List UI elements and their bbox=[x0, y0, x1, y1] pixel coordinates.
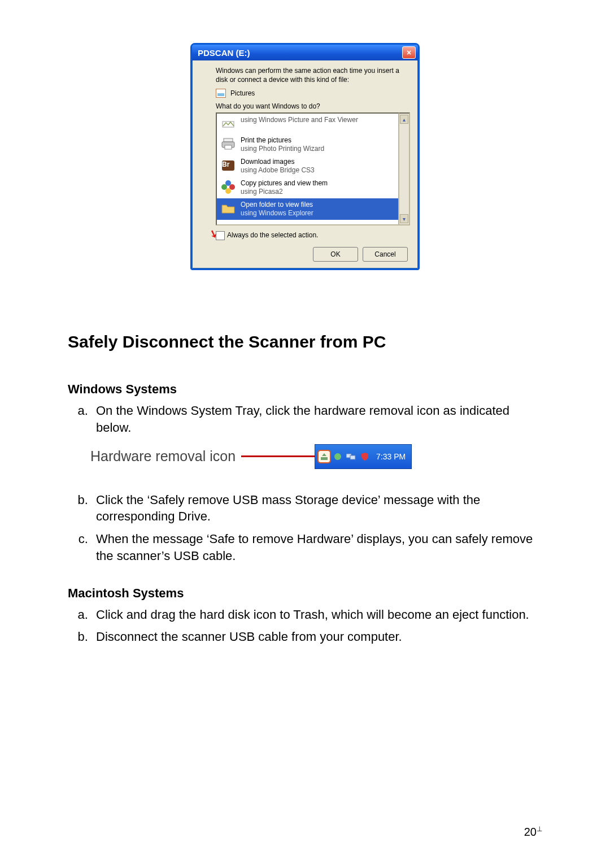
svg-rect-3 bbox=[225, 145, 232, 149]
svg-rect-1 bbox=[224, 138, 233, 142]
mac-subheading: Macintosh Systems bbox=[68, 586, 542, 601]
safely-remove-hardware-icon[interactable] bbox=[319, 451, 330, 462]
windows-step-a: On the Windows System Tray, click the ha… bbox=[91, 402, 542, 436]
annotation-line bbox=[241, 455, 315, 457]
list-item[interactable]: Copy pictures and view them using Picasa… bbox=[217, 177, 398, 198]
printer-icon bbox=[220, 136, 236, 152]
page-number-mark: ⊥ bbox=[537, 825, 542, 833]
windows-steps-list-cont: Click the ‘Safely remove USB mass Storag… bbox=[91, 492, 542, 565]
page-heading: Safely Disconnect the Scanner from PC bbox=[68, 332, 542, 351]
ok-button-label: OK bbox=[330, 250, 340, 258]
adobe-bridge-icon: Br bbox=[220, 158, 236, 173]
autoplay-dialog: PDSCAN (E:) × Windows can perform the sa… bbox=[190, 43, 420, 270]
picture-viewer-icon bbox=[220, 116, 236, 132]
dialog-title: PDSCAN (E:) bbox=[198, 48, 250, 58]
dialog-prompt: What do you want Windows to do? bbox=[216, 102, 410, 110]
security-icon[interactable] bbox=[359, 451, 371, 462]
scroll-up-button[interactable]: ▴ bbox=[400, 115, 408, 124]
action-listbox[interactable]: using Windows Picture and Fax Viewer Pri… bbox=[216, 112, 399, 225]
list-item-sub: using Photo Printing Wizard bbox=[241, 145, 324, 153]
tray-clock: 7:33 PM bbox=[376, 452, 406, 461]
listbox-scrollbar[interactable]: ▴ ▾ bbox=[399, 112, 410, 225]
list-item-sub: using Picasa2 bbox=[241, 188, 328, 196]
list-item-title: Print the pictures bbox=[241, 136, 324, 145]
device-icon[interactable] bbox=[332, 451, 343, 462]
svg-rect-4 bbox=[321, 457, 328, 460]
list-item[interactable]: Br Download images using Adobe Bridge CS… bbox=[217, 155, 398, 177]
mac-steps-list: Click and drag the hard disk icon to Tra… bbox=[91, 606, 542, 645]
list-item[interactable]: using Windows Picture and Fax Viewer bbox=[217, 114, 398, 134]
dialog-titlebar[interactable]: PDSCAN (E:) × bbox=[192, 45, 418, 60]
always-checkbox-label: Always do the selected action. bbox=[227, 231, 318, 239]
svg-point-5 bbox=[334, 453, 341, 460]
system-tray-figure: Hardware removal icon 7:33 PM bbox=[90, 444, 542, 469]
svg-rect-7 bbox=[350, 455, 355, 459]
windows-step-b: Click the ‘Safely remove USB mass Storag… bbox=[91, 492, 542, 525]
windows-subheading: Windows Systems bbox=[68, 382, 542, 397]
list-item-sub: using Adobe Bridge CS3 bbox=[241, 166, 315, 175]
mac-step-a: Click and drag the hard disk icon to Tra… bbox=[91, 606, 542, 623]
pictures-icon bbox=[216, 89, 226, 98]
mac-step-b: Disconnect the scanner USB cable from yo… bbox=[91, 628, 542, 645]
close-icon: × bbox=[407, 49, 411, 57]
network-icon[interactable] bbox=[346, 451, 357, 462]
list-item-title: Copy pictures and view them bbox=[241, 179, 328, 188]
list-item-title: Download images bbox=[241, 158, 315, 166]
tray-figure-label: Hardware removal icon bbox=[90, 448, 236, 465]
list-item-sub: using Windows Explorer bbox=[241, 209, 313, 218]
close-button[interactable]: × bbox=[402, 46, 416, 59]
windows-step-c: When the message ‘Safe to remove Hardwar… bbox=[91, 531, 542, 564]
system-tray: 7:33 PM bbox=[315, 444, 412, 469]
folder-icon bbox=[220, 201, 236, 216]
list-item-selected[interactable]: Open folder to view files using Windows … bbox=[217, 198, 398, 220]
windows-steps-list: On the Windows System Tray, click the ha… bbox=[91, 402, 542, 436]
list-item[interactable]: Print the pictures using Photo Printing … bbox=[217, 134, 398, 155]
dialog-intro-text: Windows can perform the same action each… bbox=[216, 66, 410, 84]
cancel-button-label: Cancel bbox=[374, 250, 395, 258]
cancel-button[interactable]: Cancel bbox=[363, 247, 408, 262]
file-type-label: Pictures bbox=[230, 89, 255, 97]
page-number-value: 20 bbox=[524, 826, 537, 838]
scroll-down-button[interactable]: ▾ bbox=[400, 214, 408, 223]
ok-button[interactable]: OK bbox=[313, 247, 358, 262]
picasa-icon bbox=[220, 179, 236, 195]
list-item-title: Open folder to view files bbox=[241, 201, 313, 209]
list-item-sub: using Windows Picture and Fax Viewer bbox=[241, 116, 358, 124]
page-number: 20⊥ bbox=[524, 825, 542, 839]
